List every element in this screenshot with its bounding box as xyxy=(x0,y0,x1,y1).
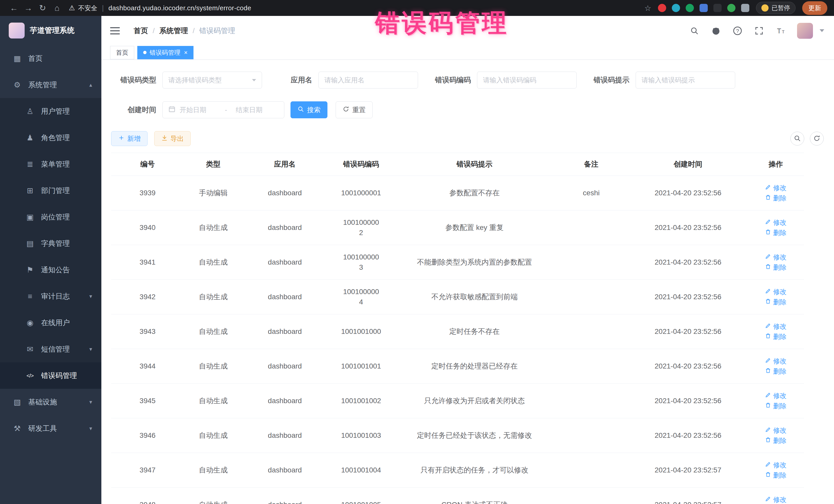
error-code-input[interactable] xyxy=(483,76,571,84)
edit-link[interactable]: 修改 xyxy=(765,356,787,366)
cell-ops: 修改 删除 xyxy=(748,418,804,453)
cell-id: 3944 xyxy=(111,349,184,384)
reset-button[interactable]: 重置 xyxy=(336,101,373,118)
toggle-search-button[interactable] xyxy=(790,132,804,146)
filter-label-hint: 错误码提示 xyxy=(584,75,636,85)
refresh-table-button[interactable] xyxy=(810,132,824,146)
edit-link[interactable]: 修改 xyxy=(765,217,787,227)
forward-icon[interactable]: → xyxy=(21,0,36,16)
delete-link[interactable]: 删除 xyxy=(765,366,787,376)
green-extension-icon[interactable] xyxy=(727,4,736,12)
breadcrumb-system[interactable]: 系统管理 xyxy=(159,26,188,36)
sidebar-item-system[interactable]: ⚙ 系统管理 ▴ xyxy=(0,72,101,98)
table-row: 3948 自动生成 dashboard 1001001005 CRON 表达式不… xyxy=(111,487,804,504)
sms-icon: ✉ xyxy=(24,345,37,354)
sidebar-item-role[interactable]: ♟ 角色管理 xyxy=(0,125,101,151)
sidebar-item-dev-tool[interactable]: ⚒ 研发工具 ▾ xyxy=(0,415,101,442)
sidebar-item-dept[interactable]: ⊞ 部门管理 xyxy=(0,177,101,204)
sidebar-item-post[interactable]: ▣ 岗位管理 xyxy=(0,204,101,230)
delete-link[interactable]: 删除 xyxy=(765,401,787,411)
help-icon[interactable]: ? xyxy=(732,26,743,36)
table-row: 3943 自动生成 dashboard 1001001000 定时任务不存在 2… xyxy=(111,314,804,349)
sidebar-item-error-code[interactable]: </> 错误码管理 xyxy=(0,363,101,389)
sidebar-item-online-user[interactable]: ◉ 在线用户 xyxy=(0,309,101,336)
font-size-icon[interactable]: TT xyxy=(775,26,786,36)
filter-label-time: 创建时间 xyxy=(111,105,162,115)
delete-link[interactable]: 删除 xyxy=(765,470,787,480)
edit-link[interactable]: 修改 xyxy=(765,460,787,470)
delete-link[interactable]: 删除 xyxy=(765,227,787,238)
announcement-icon: ⚑ xyxy=(24,265,37,274)
address-bar[interactable]: dashboard.yudao.iocoder.cn/system/error-… xyxy=(109,4,251,12)
browser-update-button[interactable]: 更新 xyxy=(802,1,827,15)
tab-error-code[interactable]: 错误码管理 xyxy=(137,46,194,59)
error-type-select[interactable]: 请选择错误码类型 xyxy=(162,72,262,89)
delete-link[interactable]: 删除 xyxy=(765,262,787,272)
fullscreen-icon[interactable] xyxy=(754,26,764,36)
edit-link[interactable]: 修改 xyxy=(765,183,787,193)
sidebar-item-label: 岗位管理 xyxy=(41,212,70,222)
breadcrumb-home[interactable]: 首页 xyxy=(134,26,148,36)
table-row: 3939 手动编辑 dashboard 1001000001 参数配置不存在 c… xyxy=(111,176,804,211)
app-header: 首页 / 系统管理 / 错误码管理 ? TT xyxy=(101,16,834,45)
puzzle-extension-icon[interactable] xyxy=(741,4,749,12)
search-icon[interactable] xyxy=(689,26,700,36)
dark-badge-extension-icon[interactable] xyxy=(714,4,722,12)
cell-app: dashboard xyxy=(242,487,327,504)
app-name-input[interactable] xyxy=(324,76,412,84)
cell-code: 1001000001 xyxy=(327,176,395,211)
hamburger-menu-icon[interactable] xyxy=(110,25,120,37)
paused-badge[interactable]: 已暂停 xyxy=(756,2,795,14)
home-icon[interactable]: ⌂ xyxy=(50,0,64,16)
create-time-range-picker[interactable]: 开始日期 - 结束日期 xyxy=(162,101,284,118)
tab-home[interactable]: 首页 xyxy=(110,46,134,59)
export-button[interactable]: 导出 xyxy=(154,131,191,146)
github-icon[interactable] xyxy=(711,26,721,36)
app-logo[interactable]: 芋道管理系统 xyxy=(0,16,101,45)
cell-ops: 修改 删除 xyxy=(748,453,804,487)
delete-link[interactable]: 删除 xyxy=(765,436,787,446)
avatar[interactable] xyxy=(797,23,813,39)
add-button[interactable]: 新增 xyxy=(111,131,148,146)
edit-link[interactable]: 修改 xyxy=(765,425,787,436)
security-chip[interactable]: ⚠ 不安全 xyxy=(69,4,97,12)
cell-time: 2021-04-20 23:52:56 xyxy=(629,418,748,453)
delete-link[interactable]: 删除 xyxy=(765,332,787,342)
green-check-extension-icon[interactable] xyxy=(686,4,694,12)
edit-link[interactable]: 修改 xyxy=(765,321,787,332)
sidebar-item-notice[interactable]: ⚑ 通知公告 xyxy=(0,257,101,283)
red-extension-icon[interactable] xyxy=(658,4,666,12)
search-button[interactable]: 搜索 xyxy=(290,101,327,118)
bookmark-star-icon[interactable]: ☆ xyxy=(644,4,651,13)
chevron-down-icon[interactable] xyxy=(820,29,824,32)
cell-code: 1001001003 xyxy=(327,418,395,453)
tab-close-icon[interactable] xyxy=(184,49,188,56)
edit-link[interactable]: 修改 xyxy=(765,287,787,297)
table-row: 3946 自动生成 dashboard 1001001003 定时任务已经处于该… xyxy=(111,418,804,453)
sidebar-item-user[interactable]: ♙ 用户管理 xyxy=(0,98,101,125)
cell-app: dashboard xyxy=(242,453,327,487)
delete-link[interactable]: 删除 xyxy=(765,297,787,307)
sidebar-item-home[interactable]: ▦ 首页 xyxy=(0,45,101,72)
reload-icon[interactable]: ↻ xyxy=(36,0,50,16)
sidebar-item-infra[interactable]: ▧ 基础设施 ▾ xyxy=(0,389,101,415)
edit-link[interactable]: 修改 xyxy=(765,252,787,262)
table-row: 3947 自动生成 dashboard 1001001004 只有开启状态的任务… xyxy=(111,453,804,487)
cell-time: 2021-04-20 23:52:56 xyxy=(629,384,748,418)
error-hint-input[interactable] xyxy=(641,76,729,84)
grid-extension-icon[interactable] xyxy=(700,4,708,12)
sidebar-item-dict[interactable]: ▤ 字典管理 xyxy=(0,230,101,257)
cell-type: 自动生成 xyxy=(184,384,242,418)
table-row: 3944 自动生成 dashboard 1001001001 定时任务的处理器已… xyxy=(111,349,804,384)
sidebar-item-audit-log[interactable]: ≡ 审计日志 ▾ xyxy=(0,283,101,309)
edit-link[interactable]: 修改 xyxy=(765,391,787,401)
sidebar-item-sms[interactable]: ✉ 短信管理 ▾ xyxy=(0,336,101,363)
role-icon: ♟ xyxy=(24,133,37,142)
pencil-icon xyxy=(765,287,771,297)
back-icon[interactable]: ← xyxy=(7,0,21,16)
sidebar-item-menu[interactable]: ≣ 菜单管理 xyxy=(0,151,101,177)
teal-extension-icon[interactable] xyxy=(672,4,680,12)
delete-link[interactable]: 删除 xyxy=(765,193,787,203)
cell-id: 3947 xyxy=(111,453,184,487)
edit-link[interactable]: 修改 xyxy=(765,495,787,504)
